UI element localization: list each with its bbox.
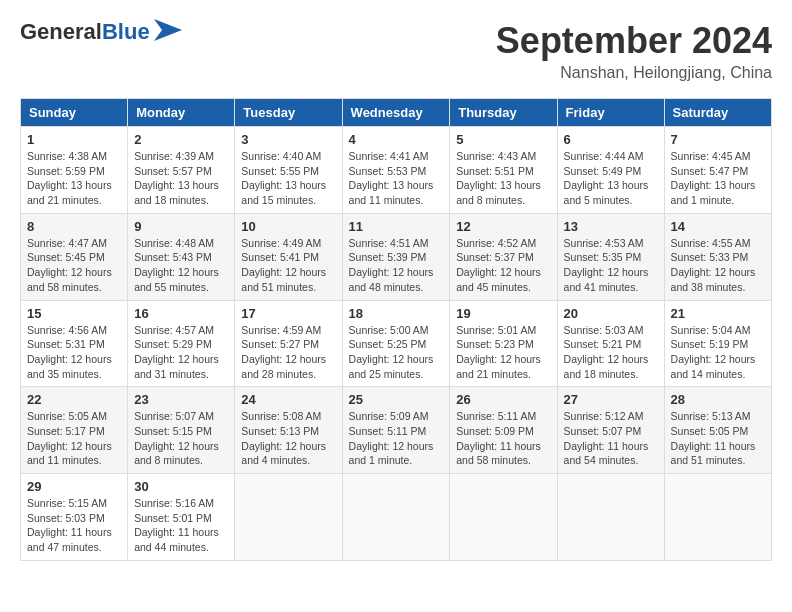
calendar-cell: 11Sunrise: 4:51 AM Sunset: 5:39 PM Dayli… <box>342 213 450 300</box>
calendar: SundayMondayTuesdayWednesdayThursdayFrid… <box>20 98 772 561</box>
day-info: Sunrise: 5:15 AM Sunset: 5:03 PM Dayligh… <box>27 496 121 555</box>
calendar-cell: 27Sunrise: 5:12 AM Sunset: 5:07 PM Dayli… <box>557 387 664 474</box>
day-number: 13 <box>564 219 658 234</box>
calendar-cell: 13Sunrise: 4:53 AM Sunset: 5:35 PM Dayli… <box>557 213 664 300</box>
weekday-header-friday: Friday <box>557 99 664 127</box>
calendar-cell: 24Sunrise: 5:08 AM Sunset: 5:13 PM Dayli… <box>235 387 342 474</box>
day-number: 22 <box>27 392 121 407</box>
calendar-cell: 15Sunrise: 4:56 AM Sunset: 5:31 PM Dayli… <box>21 300 128 387</box>
day-number: 3 <box>241 132 335 147</box>
calendar-cell: 3Sunrise: 4:40 AM Sunset: 5:55 PM Daylig… <box>235 127 342 214</box>
day-number: 4 <box>349 132 444 147</box>
day-info: Sunrise: 4:49 AM Sunset: 5:41 PM Dayligh… <box>241 236 335 295</box>
weekday-header-sunday: Sunday <box>21 99 128 127</box>
calendar-cell: 18Sunrise: 5:00 AM Sunset: 5:25 PM Dayli… <box>342 300 450 387</box>
day-info: Sunrise: 4:56 AM Sunset: 5:31 PM Dayligh… <box>27 323 121 382</box>
day-number: 12 <box>456 219 550 234</box>
day-number: 29 <box>27 479 121 494</box>
calendar-cell: 30Sunrise: 5:16 AM Sunset: 5:01 PM Dayli… <box>128 474 235 561</box>
day-number: 28 <box>671 392 765 407</box>
day-info: Sunrise: 4:59 AM Sunset: 5:27 PM Dayligh… <box>241 323 335 382</box>
calendar-cell: 20Sunrise: 5:03 AM Sunset: 5:21 PM Dayli… <box>557 300 664 387</box>
calendar-cell: 9Sunrise: 4:48 AM Sunset: 5:43 PM Daylig… <box>128 213 235 300</box>
day-number: 7 <box>671 132 765 147</box>
calendar-cell: 14Sunrise: 4:55 AM Sunset: 5:33 PM Dayli… <box>664 213 771 300</box>
weekday-header-monday: Monday <box>128 99 235 127</box>
calendar-cell: 2Sunrise: 4:39 AM Sunset: 5:57 PM Daylig… <box>128 127 235 214</box>
week-row-1: 1Sunrise: 4:38 AM Sunset: 5:59 PM Daylig… <box>21 127 772 214</box>
calendar-cell: 17Sunrise: 4:59 AM Sunset: 5:27 PM Dayli… <box>235 300 342 387</box>
day-number: 2 <box>134 132 228 147</box>
day-info: Sunrise: 5:13 AM Sunset: 5:05 PM Dayligh… <box>671 409 765 468</box>
weekday-header-saturday: Saturday <box>664 99 771 127</box>
calendar-cell: 16Sunrise: 4:57 AM Sunset: 5:29 PM Dayli… <box>128 300 235 387</box>
calendar-cell: 6Sunrise: 4:44 AM Sunset: 5:49 PM Daylig… <box>557 127 664 214</box>
day-number: 14 <box>671 219 765 234</box>
day-number: 26 <box>456 392 550 407</box>
day-number: 25 <box>349 392 444 407</box>
calendar-cell: 23Sunrise: 5:07 AM Sunset: 5:15 PM Dayli… <box>128 387 235 474</box>
calendar-cell: 8Sunrise: 4:47 AM Sunset: 5:45 PM Daylig… <box>21 213 128 300</box>
calendar-cell <box>664 474 771 561</box>
calendar-cell: 21Sunrise: 5:04 AM Sunset: 5:19 PM Dayli… <box>664 300 771 387</box>
day-info: Sunrise: 5:03 AM Sunset: 5:21 PM Dayligh… <box>564 323 658 382</box>
calendar-cell <box>342 474 450 561</box>
logo-text: GeneralBlue <box>20 20 150 44</box>
day-number: 23 <box>134 392 228 407</box>
day-info: Sunrise: 5:11 AM Sunset: 5:09 PM Dayligh… <box>456 409 550 468</box>
day-info: Sunrise: 4:39 AM Sunset: 5:57 PM Dayligh… <box>134 149 228 208</box>
day-info: Sunrise: 4:55 AM Sunset: 5:33 PM Dayligh… <box>671 236 765 295</box>
day-info: Sunrise: 5:07 AM Sunset: 5:15 PM Dayligh… <box>134 409 228 468</box>
day-info: Sunrise: 4:51 AM Sunset: 5:39 PM Dayligh… <box>349 236 444 295</box>
calendar-cell: 5Sunrise: 4:43 AM Sunset: 5:51 PM Daylig… <box>450 127 557 214</box>
calendar-cell <box>235 474 342 561</box>
day-number: 24 <box>241 392 335 407</box>
day-number: 10 <box>241 219 335 234</box>
logo: GeneralBlue <box>20 20 182 44</box>
week-row-5: 29Sunrise: 5:15 AM Sunset: 5:03 PM Dayli… <box>21 474 772 561</box>
svg-marker-0 <box>154 19 182 41</box>
day-info: Sunrise: 4:40 AM Sunset: 5:55 PM Dayligh… <box>241 149 335 208</box>
day-number: 5 <box>456 132 550 147</box>
day-info: Sunrise: 5:08 AM Sunset: 5:13 PM Dayligh… <box>241 409 335 468</box>
day-number: 27 <box>564 392 658 407</box>
calendar-cell: 22Sunrise: 5:05 AM Sunset: 5:17 PM Dayli… <box>21 387 128 474</box>
day-number: 30 <box>134 479 228 494</box>
location-title: Nanshan, Heilongjiang, China <box>496 64 772 82</box>
calendar-cell: 28Sunrise: 5:13 AM Sunset: 5:05 PM Dayli… <box>664 387 771 474</box>
day-number: 11 <box>349 219 444 234</box>
day-info: Sunrise: 4:38 AM Sunset: 5:59 PM Dayligh… <box>27 149 121 208</box>
day-info: Sunrise: 4:41 AM Sunset: 5:53 PM Dayligh… <box>349 149 444 208</box>
day-number: 1 <box>27 132 121 147</box>
weekday-header-wednesday: Wednesday <box>342 99 450 127</box>
day-info: Sunrise: 5:05 AM Sunset: 5:17 PM Dayligh… <box>27 409 121 468</box>
day-info: Sunrise: 5:16 AM Sunset: 5:01 PM Dayligh… <box>134 496 228 555</box>
day-info: Sunrise: 5:12 AM Sunset: 5:07 PM Dayligh… <box>564 409 658 468</box>
calendar-cell: 7Sunrise: 4:45 AM Sunset: 5:47 PM Daylig… <box>664 127 771 214</box>
calendar-cell: 10Sunrise: 4:49 AM Sunset: 5:41 PM Dayli… <box>235 213 342 300</box>
calendar-cell: 4Sunrise: 4:41 AM Sunset: 5:53 PM Daylig… <box>342 127 450 214</box>
day-number: 19 <box>456 306 550 321</box>
day-info: Sunrise: 4:47 AM Sunset: 5:45 PM Dayligh… <box>27 236 121 295</box>
logo-arrow-icon <box>154 19 182 41</box>
calendar-cell: 25Sunrise: 5:09 AM Sunset: 5:11 PM Dayli… <box>342 387 450 474</box>
day-info: Sunrise: 5:04 AM Sunset: 5:19 PM Dayligh… <box>671 323 765 382</box>
calendar-cell: 1Sunrise: 4:38 AM Sunset: 5:59 PM Daylig… <box>21 127 128 214</box>
day-number: 17 <box>241 306 335 321</box>
day-info: Sunrise: 4:53 AM Sunset: 5:35 PM Dayligh… <box>564 236 658 295</box>
calendar-cell: 26Sunrise: 5:11 AM Sunset: 5:09 PM Dayli… <box>450 387 557 474</box>
week-row-4: 22Sunrise: 5:05 AM Sunset: 5:17 PM Dayli… <box>21 387 772 474</box>
calendar-cell: 12Sunrise: 4:52 AM Sunset: 5:37 PM Dayli… <box>450 213 557 300</box>
day-info: Sunrise: 4:57 AM Sunset: 5:29 PM Dayligh… <box>134 323 228 382</box>
calendar-cell <box>450 474 557 561</box>
weekday-header-tuesday: Tuesday <box>235 99 342 127</box>
weekday-header-thursday: Thursday <box>450 99 557 127</box>
week-row-3: 15Sunrise: 4:56 AM Sunset: 5:31 PM Dayli… <box>21 300 772 387</box>
day-number: 16 <box>134 306 228 321</box>
header: GeneralBlue September 2024 Nanshan, Heil… <box>20 20 772 82</box>
calendar-cell: 19Sunrise: 5:01 AM Sunset: 5:23 PM Dayli… <box>450 300 557 387</box>
day-number: 8 <box>27 219 121 234</box>
day-number: 15 <box>27 306 121 321</box>
day-number: 9 <box>134 219 228 234</box>
calendar-cell: 29Sunrise: 5:15 AM Sunset: 5:03 PM Dayli… <box>21 474 128 561</box>
